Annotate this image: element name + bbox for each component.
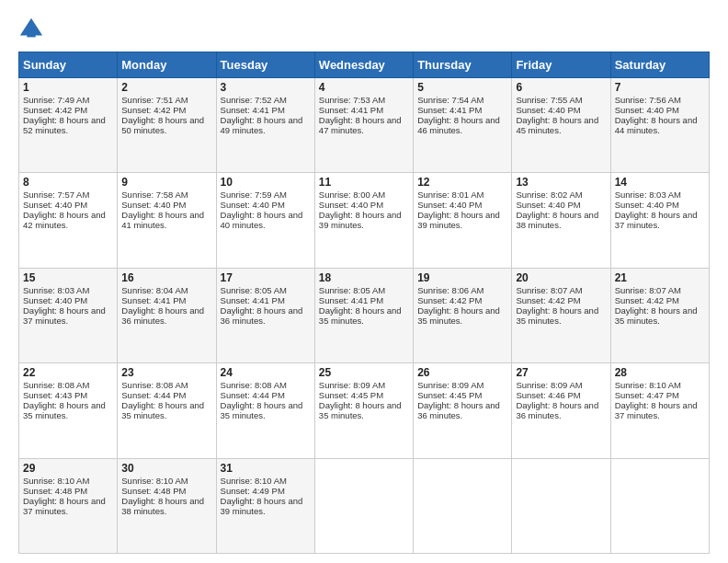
daylight: Daylight: 8 hours and 38 minutes.	[121, 496, 204, 516]
sunrise: Sunrise: 8:09 AM	[516, 380, 582, 390]
sunset: Sunset: 4:47 PM	[615, 390, 679, 400]
day-number: 21	[615, 271, 705, 284]
sunset: Sunset: 4:41 PM	[319, 295, 383, 305]
sunrise: Sunrise: 8:05 AM	[319, 285, 385, 295]
sunset: Sunset: 4:40 PM	[121, 200, 186, 210]
day-number: 2	[121, 81, 211, 94]
day-number: 9	[121, 176, 211, 189]
daylight: Daylight: 8 hours and 38 minutes.	[516, 210, 598, 230]
day-number: 14	[615, 176, 705, 189]
daylight: Daylight: 8 hours and 42 minutes.	[23, 210, 106, 230]
daylight: Daylight: 8 hours and 39 minutes.	[417, 210, 500, 230]
calendar-cell: 19Sunrise: 8:06 AMSunset: 4:42 PMDayligh…	[414, 268, 512, 362]
sunset: Sunset: 4:40 PM	[221, 200, 285, 210]
calendar-cell: 13Sunrise: 8:02 AMSunset: 4:40 PMDayligh…	[512, 173, 610, 268]
sunrise: Sunrise: 8:08 AM	[23, 380, 89, 390]
calendar-cell: 1Sunrise: 7:49 AMSunset: 4:42 PMDaylight…	[19, 78, 118, 173]
sunset: Sunset: 4:42 PM	[615, 295, 679, 305]
calendar-cell: 9Sunrise: 7:58 AMSunset: 4:40 PMDaylight…	[118, 173, 216, 268]
sunrise: Sunrise: 8:07 AM	[615, 285, 681, 295]
calendar-cell	[414, 458, 512, 553]
day-number: 8	[23, 176, 113, 189]
daylight: Daylight: 8 hours and 36 minutes.	[221, 305, 303, 326]
sunrise: Sunrise: 8:10 AM	[221, 476, 287, 486]
calendar-cell: 8Sunrise: 7:57 AMSunset: 4:40 PMDaylight…	[19, 173, 118, 268]
sunrise: Sunrise: 7:55 AM	[516, 95, 582, 105]
sunrise: Sunrise: 8:06 AM	[417, 285, 483, 295]
sunset: Sunset: 4:40 PM	[615, 105, 679, 115]
day-number: 7	[615, 81, 705, 94]
calendar-cell: 20Sunrise: 8:07 AMSunset: 4:42 PMDayligh…	[512, 268, 610, 362]
daylight: Daylight: 8 hours and 40 minutes.	[221, 210, 303, 230]
daylight: Daylight: 8 hours and 39 minutes.	[319, 210, 402, 230]
sunrise: Sunrise: 7:56 AM	[615, 95, 681, 105]
day-number: 26	[417, 366, 507, 379]
day-number: 15	[23, 271, 113, 284]
sunset: Sunset: 4:42 PM	[121, 105, 186, 115]
calendar-cell: 15Sunrise: 8:03 AMSunset: 4:40 PMDayligh…	[19, 268, 118, 362]
calendar-week-row: 29Sunrise: 8:10 AMSunset: 4:48 PMDayligh…	[19, 458, 710, 553]
sunrise: Sunrise: 8:08 AM	[221, 380, 287, 390]
svg-rect-1	[27, 30, 35, 37]
calendar-cell: 27Sunrise: 8:09 AMSunset: 4:46 PMDayligh…	[512, 363, 610, 458]
day-number: 29	[23, 462, 113, 475]
sunset: Sunset: 4:44 PM	[221, 390, 285, 400]
calendar-week-row: 15Sunrise: 8:03 AMSunset: 4:40 PMDayligh…	[19, 268, 710, 362]
calendar-cell: 7Sunrise: 7:56 AMSunset: 4:40 PMDaylight…	[610, 78, 709, 173]
day-number: 30	[121, 462, 211, 475]
sunrise: Sunrise: 8:03 AM	[23, 285, 89, 295]
daylight: Daylight: 8 hours and 35 minutes.	[319, 305, 402, 326]
sunset: Sunset: 4:46 PM	[516, 390, 580, 400]
calendar-cell: 3Sunrise: 7:52 AMSunset: 4:41 PMDaylight…	[216, 78, 314, 173]
sunset: Sunset: 4:41 PM	[121, 295, 186, 305]
sunrise: Sunrise: 8:09 AM	[319, 380, 385, 390]
day-number: 4	[319, 81, 409, 94]
daylight: Daylight: 8 hours and 41 minutes.	[121, 210, 204, 230]
sunset: Sunset: 4:43 PM	[23, 390, 87, 400]
calendar-cell: 18Sunrise: 8:05 AMSunset: 4:41 PMDayligh…	[314, 268, 413, 362]
daylight: Daylight: 8 hours and 36 minutes.	[417, 400, 500, 420]
weekday-header: Sunday	[19, 52, 118, 78]
sunset: Sunset: 4:48 PM	[23, 486, 87, 496]
sunset: Sunset: 4:41 PM	[319, 105, 383, 115]
daylight: Daylight: 8 hours and 36 minutes.	[121, 305, 204, 326]
sunrise: Sunrise: 8:10 AM	[121, 476, 188, 486]
daylight: Daylight: 8 hours and 36 minutes.	[516, 400, 598, 420]
sunrise: Sunrise: 8:03 AM	[615, 190, 681, 200]
sunset: Sunset: 4:48 PM	[121, 486, 186, 496]
sunrise: Sunrise: 7:49 AM	[23, 95, 89, 105]
sunset: Sunset: 4:40 PM	[417, 200, 482, 210]
day-number: 18	[319, 271, 409, 284]
sunset: Sunset: 4:42 PM	[516, 295, 580, 305]
sunset: Sunset: 4:41 PM	[221, 105, 285, 115]
daylight: Daylight: 8 hours and 47 minutes.	[319, 115, 402, 135]
sunrise: Sunrise: 7:58 AM	[121, 190, 188, 200]
calendar-cell	[314, 458, 413, 553]
calendar-week-row: 8Sunrise: 7:57 AMSunset: 4:40 PMDaylight…	[19, 173, 710, 268]
calendar-cell: 30Sunrise: 8:10 AMSunset: 4:48 PMDayligh…	[118, 458, 216, 553]
sunrise: Sunrise: 8:02 AM	[516, 190, 582, 200]
calendar-cell: 14Sunrise: 8:03 AMSunset: 4:40 PMDayligh…	[610, 173, 709, 268]
sunset: Sunset: 4:41 PM	[221, 295, 285, 305]
day-number: 22	[23, 366, 113, 379]
calendar-cell: 10Sunrise: 7:59 AMSunset: 4:40 PMDayligh…	[216, 173, 314, 268]
weekday-header: Wednesday	[314, 52, 413, 78]
calendar-cell: 17Sunrise: 8:05 AMSunset: 4:41 PMDayligh…	[216, 268, 314, 362]
day-number: 5	[417, 81, 507, 94]
daylight: Daylight: 8 hours and 39 minutes.	[221, 496, 303, 516]
weekday-header: Thursday	[414, 52, 512, 78]
sunset: Sunset: 4:45 PM	[319, 390, 383, 400]
sunset: Sunset: 4:40 PM	[615, 200, 679, 210]
day-number: 28	[615, 366, 705, 379]
sunrise: Sunrise: 7:51 AM	[121, 95, 188, 105]
page: SundayMondayTuesdayWednesdayThursdayFrid…	[0, 0, 728, 563]
sunrise: Sunrise: 7:59 AM	[221, 190, 287, 200]
day-number: 17	[221, 271, 311, 284]
daylight: Daylight: 8 hours and 35 minutes.	[516, 305, 598, 326]
day-number: 20	[516, 271, 606, 284]
sunset: Sunset: 4:49 PM	[221, 486, 285, 496]
sunset: Sunset: 4:40 PM	[516, 200, 580, 210]
sunrise: Sunrise: 7:53 AM	[319, 95, 385, 105]
sunset: Sunset: 4:44 PM	[121, 390, 186, 400]
calendar-cell	[512, 458, 610, 553]
